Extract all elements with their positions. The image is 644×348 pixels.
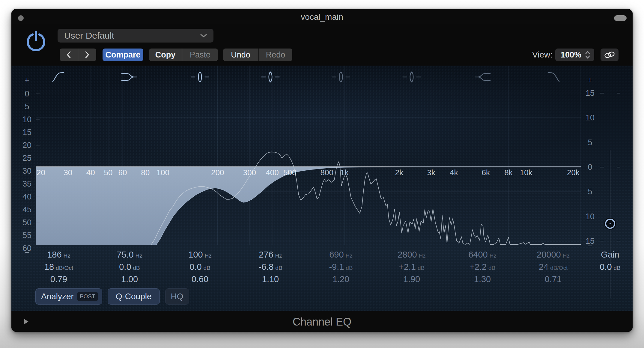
gain-slider-tick: [617, 93, 620, 93]
band-5-frequency-value: 690: [329, 250, 344, 259]
band-3-q-field[interactable]: 0.60: [167, 273, 233, 285]
band-7-q-field[interactable]: 1.30: [449, 273, 515, 285]
analyzer-scale-label: 45: [17, 205, 37, 214]
band-7-q-value: 1.30: [474, 274, 491, 284]
analyzer-scale-label: 10: [17, 115, 37, 124]
redo-button[interactable]: Redo: [259, 49, 292, 61]
band-6-q-field[interactable]: 1.90: [379, 273, 445, 285]
band-5-gain-field[interactable]: -9.1dB: [308, 261, 374, 273]
band-6-gain-field[interactable]: +2.1dB: [379, 261, 445, 273]
freq-tick-label: 4k: [450, 168, 458, 177]
undo-button[interactable]: Undo: [223, 49, 258, 61]
band-2-q-field[interactable]: 1.00: [97, 273, 162, 285]
band-8-gain-field[interactable]: 24dB/Oct: [520, 261, 586, 273]
gain-value: 0.0: [600, 262, 612, 272]
band-7-column: 6400Hz+2.2dB1.30: [449, 249, 515, 285]
band-3-gain-field[interactable]: 0.0dB: [167, 261, 233, 273]
band-1-gain-field[interactable]: 18dB/Oct: [26, 261, 92, 273]
band-8-gain-value: 24: [539, 262, 548, 272]
analyzer-mode-badge[interactable]: POST: [77, 292, 98, 301]
plugin-name: Channel EQ: [11, 311, 633, 332]
band-1-column: 186Hz18dB/Oct0.79: [26, 249, 92, 285]
band-3-frequency-field[interactable]: 100Hz: [167, 249, 233, 261]
preset-dropdown[interactable]: User Default: [58, 29, 213, 43]
band-5-q-field[interactable]: 1.20: [308, 273, 374, 285]
gain-slider-knob[interactable]: [605, 219, 615, 229]
eq-curve-graph[interactable]: 2030405060801002003004005008001k2k3k4k6k…: [36, 66, 581, 245]
analyzer-scale-label: 40: [17, 192, 37, 202]
eq-fill-region: [36, 167, 581, 245]
hq-toggle[interactable]: HQ: [165, 288, 189, 305]
next-preset-button[interactable]: [78, 49, 96, 61]
band-4-frequency-field[interactable]: 276Hz: [237, 249, 303, 261]
band-2-gain-unit: dB: [133, 265, 140, 271]
gain-scale-label: 5: [580, 138, 600, 147]
compare-button[interactable]: Compare: [103, 49, 143, 61]
paste-button[interactable]: Paste: [182, 49, 218, 61]
band-7-gain-field[interactable]: +2.2dB: [449, 261, 515, 273]
band-7-highshelf-icon[interactable]: [472, 71, 493, 83]
gain-scale-label: 15: [580, 88, 600, 98]
analyzer-toggle[interactable]: Analyzer POST: [35, 288, 102, 305]
analyzer-spectrum-curve: [151, 152, 581, 245]
analyzer-scale-label: 30: [17, 166, 37, 176]
freq-tick-label: 2k: [395, 168, 404, 177]
band-6-frequency-field[interactable]: 2800Hz: [379, 249, 445, 261]
band-3-bell-icon[interactable]: [190, 71, 210, 83]
band-8-lowpass-icon[interactable]: [543, 71, 563, 83]
band-1-frequency-unit: Hz: [64, 252, 70, 259]
band-3-q-value: 0.60: [192, 274, 208, 284]
analyzer-scale-label: 25: [17, 153, 37, 163]
plugin-window: vocal_main User Default: [11, 9, 633, 332]
gain-slider-tick: [600, 93, 604, 93]
chevron-down-icon: [200, 33, 207, 38]
band-1-highpass-icon[interactable]: [49, 71, 69, 83]
band-8-frequency-unit: Hz: [563, 252, 570, 259]
band-7-frequency-field[interactable]: 6400Hz: [449, 249, 515, 261]
link-icon: [604, 51, 615, 59]
power-icon[interactable]: [25, 31, 46, 52]
q-couple-toggle[interactable]: Q-Couple: [108, 288, 160, 305]
analyzer-scale-label: 0: [17, 89, 37, 99]
band-2-frequency-field[interactable]: 75.0Hz: [97, 249, 162, 261]
band-5-bell-icon[interactable]: [331, 71, 351, 83]
view-label: View:: [509, 49, 553, 61]
band-2-gain-field[interactable]: 0.0dB: [97, 261, 162, 273]
band-2-q-value: 1.00: [121, 274, 138, 284]
gain-slider-tick: [600, 167, 604, 167]
gain-slider-tick: [600, 241, 604, 241]
q-couple-label: Q-Couple: [116, 292, 152, 301]
freq-tick-label: 20: [37, 168, 45, 177]
band-8-q-field[interactable]: 0.71: [520, 273, 586, 285]
band-1-q-field[interactable]: 0.79: [26, 273, 92, 285]
band-1-frequency-field[interactable]: 186Hz: [26, 249, 92, 261]
link-button[interactable]: [601, 49, 619, 61]
band-2-column: 75.0Hz0.0dB1.00: [97, 249, 162, 285]
band-2-lowshelf-icon[interactable]: [119, 71, 140, 83]
toggle-row: Analyzer POST Q-Couple HQ: [35, 288, 189, 305]
copy-button[interactable]: Copy: [149, 49, 182, 61]
hq-label: HQ: [171, 292, 183, 301]
band-3-frequency-unit: Hz: [205, 252, 212, 259]
plugin-header: User Default Compare Copy Paste Und: [11, 24, 633, 66]
band-6-bell-icon[interactable]: [401, 71, 422, 83]
stepper-chevrons-icon: [585, 50, 591, 59]
band-8-frequency-field[interactable]: 20000Hz: [520, 249, 586, 261]
preset-value: User Default: [64, 31, 114, 41]
band-6-gain-unit: dB: [418, 265, 425, 271]
gain-value-field[interactable]: 0.0dB: [577, 261, 633, 273]
prev-preset-button[interactable]: [60, 49, 78, 61]
band-4-q-field[interactable]: 1.10: [237, 273, 303, 285]
analyzer-label: Analyzer: [41, 292, 74, 301]
band-1-gain-value: 18: [44, 262, 54, 272]
bottombar: Channel EQ: [11, 311, 633, 332]
freq-tick-label: 60: [118, 168, 127, 177]
gain-column-label: Gain: [577, 249, 633, 261]
view-zoom-value: 100%: [561, 50, 581, 60]
view-zoom-stepper[interactable]: 100%: [555, 49, 594, 61]
band-4-gain-field[interactable]: -6.8dB: [237, 261, 303, 273]
window-zoom-icon[interactable]: [614, 15, 627, 21]
band-4-gain-unit: dB: [275, 265, 282, 271]
band-4-bell-icon[interactable]: [260, 71, 281, 83]
band-5-frequency-field[interactable]: 690Hz: [308, 249, 374, 261]
